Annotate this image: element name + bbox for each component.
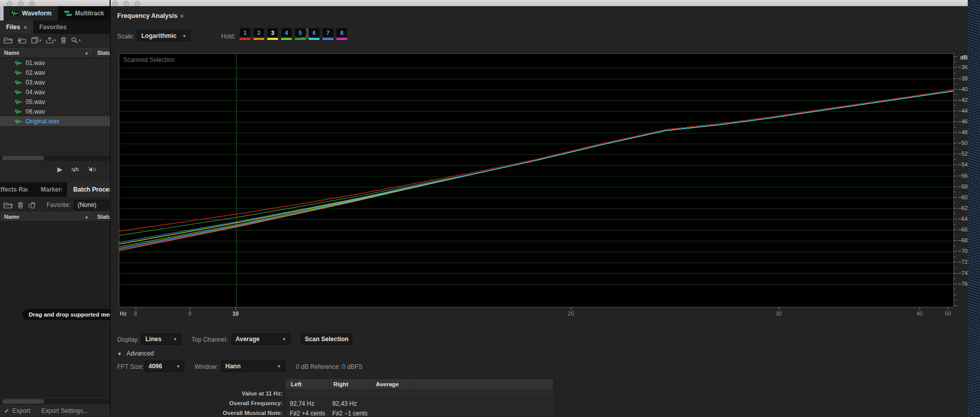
tab-batch-process[interactable]: Batch Process — [67, 182, 110, 197]
file-row[interactable]: 05.wav — [0, 97, 110, 107]
hz-tick — [779, 307, 779, 310]
curve-hold-5 — [119, 91, 953, 236]
search-icon[interactable]: ▾ — [71, 37, 81, 44]
table-cell: F♯2 −1 cents — [328, 410, 375, 417]
file-row[interactable]: 02.wav — [0, 68, 110, 77]
batch-panel-tabs: Effects Rack Markers Batch Process — [0, 182, 110, 197]
tab-waveform-label: Waveform — [22, 10, 52, 17]
files-toolbar: ▾ ▾ ▾ — [4, 37, 86, 44]
db-tick — [954, 170, 956, 171]
window-select[interactable]: Hann▼ — [221, 361, 285, 372]
column-divider[interactable] — [94, 49, 94, 58]
export-settings-button[interactable]: Export Settings... — [41, 407, 88, 414]
db-tick-label: −36 — [957, 64, 968, 70]
display-select[interactable]: Lines▼ — [141, 333, 181, 345]
panel-menu-icon[interactable]: ≡ — [24, 24, 27, 30]
top-channel-select[interactable]: Average▼ — [231, 333, 290, 345]
hold-number: 8 — [336, 28, 347, 37]
sort-asc-icon[interactable]: ▲ — [84, 51, 89, 55]
play-icon[interactable]: ▶ — [57, 165, 62, 173]
loop-playback-icon[interactable] — [71, 166, 79, 173]
db-tick-label: −42 — [957, 97, 968, 103]
fft-size-select[interactable]: 4096▼ — [144, 361, 184, 372]
window-label: Window: — [195, 363, 218, 370]
db-axis-unit: dB — [957, 54, 968, 60]
file-row[interactable]: Original.wav — [0, 116, 110, 126]
sort-asc-icon[interactable]: ▲ — [84, 215, 89, 219]
file-row[interactable]: 03.wav — [0, 77, 110, 87]
file-name: Original.wav — [26, 118, 59, 125]
db-tick-label: −54 — [957, 161, 968, 168]
file-row[interactable]: 06.wav — [0, 107, 110, 116]
export-checkbox-label[interactable]: Export — [12, 407, 30, 414]
frequency-plot[interactable]: Scanned Selection — [119, 53, 954, 307]
db-tick-label: −50 — [957, 140, 968, 146]
files-panel-tabs: Files ≡ Favorites — [0, 20, 110, 34]
file-row[interactable]: 04.wav — [0, 87, 110, 97]
new-content-icon[interactable]: ▾ — [31, 37, 41, 44]
table-header-right: Right — [328, 379, 371, 389]
batch-drop-zone[interactable]: Drag and drop supported media here — [0, 221, 110, 398]
hz-axis-unit: Hz — [120, 310, 126, 317]
column-name[interactable]: Name — [4, 214, 19, 220]
column-status[interactable]: Status — [97, 214, 110, 220]
window-titlebar — [0, 0, 968, 6]
scrollbar-thumb[interactable] — [2, 399, 44, 404]
db-tick — [954, 202, 956, 203]
tab-files[interactable]: Files ≡ — [0, 20, 33, 34]
tab-waveform[interactable]: Waveform — [4, 6, 58, 20]
file-row[interactable]: 01.wav — [0, 58, 110, 68]
tab-favorites[interactable]: Favorites — [33, 20, 73, 34]
waveform-file-icon — [14, 90, 22, 95]
export-checkbox[interactable]: ✓ — [4, 407, 9, 414]
favorite-value: (None) — [78, 201, 97, 209]
tab-files-label: Files — [6, 24, 20, 31]
tab-markers[interactable]: Markers — [35, 182, 62, 197]
waveform-file-icon — [14, 60, 22, 66]
tab-multitrack[interactable]: Multitrack — [58, 6, 111, 20]
scrollbar-thumb[interactable] — [2, 156, 44, 160]
tab-effects-rack[interactable]: Effects Rack — [0, 182, 28, 197]
remove-file-icon[interactable] — [17, 202, 24, 209]
reference-value[interactable]: 0 — [342, 363, 346, 370]
panel-grip[interactable] — [0, 6, 4, 20]
files-horizontal-scrollbar[interactable] — [0, 155, 110, 161]
hold-number: 1 — [240, 28, 250, 37]
hold-button-6[interactable]: 6 — [309, 28, 319, 40]
hold-button-3[interactable]: 3 — [267, 28, 278, 40]
hold-button-1[interactable]: 1 — [240, 28, 250, 40]
db-tick-label: −72 — [957, 259, 968, 265]
panel-menu-icon[interactable]: ≡ — [180, 13, 183, 19]
batch-horizontal-scrollbar[interactable] — [0, 398, 110, 404]
favorite-select[interactable]: (None) — [74, 200, 109, 210]
open-file-icon[interactable] — [4, 202, 13, 209]
import-file-icon[interactable] — [17, 37, 27, 44]
scale-select[interactable]: Logarithmic▼ — [137, 30, 190, 41]
files-column-header[interactable]: Name ▲ Status — [0, 48, 110, 58]
hold-button-5[interactable]: 5 — [295, 28, 306, 40]
open-file-icon[interactable] — [4, 37, 13, 44]
hold-number: 4 — [281, 28, 292, 37]
file-name: 01.wav — [26, 59, 45, 67]
hold-color-swatch — [323, 38, 333, 40]
column-name[interactable]: Name — [4, 50, 19, 56]
waveform-file-icon — [14, 119, 22, 124]
hold-button-7[interactable]: 7 — [323, 28, 333, 40]
tab-markers-label: Markers — [41, 186, 62, 193]
advanced-label[interactable]: Advanced — [126, 350, 154, 357]
hold-buttons: 12345678 — [240, 28, 347, 40]
hold-button-4[interactable]: 4 — [281, 28, 292, 40]
advanced-disclosure-icon[interactable]: ▼ — [117, 351, 122, 357]
db-tick — [954, 235, 956, 236]
batch-process-panel: Effects Rack Markers Batch Process Favor… — [0, 182, 110, 417]
clear-all-icon[interactable] — [28, 202, 36, 209]
scan-selection-button[interactable]: Scan Selection — [301, 333, 352, 345]
delete-file-icon[interactable] — [60, 37, 67, 44]
insert-into-multitrack-icon[interactable]: ▾ — [46, 37, 56, 44]
tab-effects-rack-label: Effects Rack — [0, 186, 28, 193]
auto-play-icon[interactable] — [88, 166, 96, 173]
db-tick — [954, 149, 956, 149]
hold-button-2[interactable]: 2 — [253, 28, 264, 40]
column-status[interactable]: Status — [97, 50, 110, 56]
hold-button-8[interactable]: 8 — [336, 28, 347, 40]
